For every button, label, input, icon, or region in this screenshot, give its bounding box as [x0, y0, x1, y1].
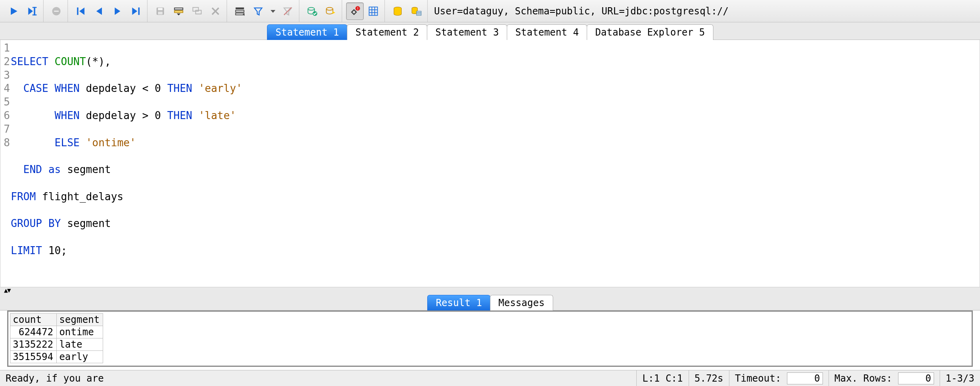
- editor-pane: 1 2 3 4 5 6 7 8 SELECT COUNT(*), CASE WH…: [0, 40, 980, 287]
- timeout-label: Timeout:: [735, 373, 781, 384]
- svg-text:!: !: [357, 6, 359, 10]
- svg-rect-17: [175, 10, 183, 12]
- svg-marker-27: [255, 8, 262, 15]
- cell-segment[interactable]: ontime: [57, 326, 103, 338]
- tab-result-1[interactable]: Result 1: [427, 295, 490, 310]
- svg-marker-11: [132, 7, 137, 15]
- cell-segment[interactable]: early: [57, 351, 103, 363]
- maxrows-label: Max. Rows:: [835, 373, 892, 384]
- statement-tab-strip: Statement 1 Statement 2 Statement 3 Stat…: [0, 22, 980, 40]
- db-view-icon: [410, 6, 422, 17]
- result-panel: count segment 624472 ontime 3135222 late…: [7, 310, 973, 367]
- insert-row-icon: [173, 6, 184, 17]
- svg-rect-44: [416, 11, 421, 16]
- svg-rect-4: [32, 14, 37, 15]
- tab-database-explorer[interactable]: Database Explorer 5: [587, 24, 713, 40]
- status-maxrows: Max. Rows:: [829, 370, 940, 386]
- rollback-button[interactable]: [322, 2, 339, 20]
- toolbar-group-filter: [229, 0, 299, 22]
- delete-row-icon: [210, 6, 221, 17]
- tab-statement-3[interactable]: Statement 3: [427, 24, 507, 40]
- next-icon: [112, 6, 123, 17]
- col-header-segment[interactable]: segment: [57, 314, 103, 326]
- toolbar-group-run: [2, 0, 44, 22]
- svg-point-31: [308, 7, 315, 10]
- chevron-down-icon: [268, 6, 278, 17]
- tab-statement-4[interactable]: Statement 4: [507, 24, 587, 40]
- last-icon: [130, 6, 141, 17]
- first-button[interactable]: [72, 2, 90, 20]
- svg-rect-2: [34, 7, 36, 15]
- svg-rect-16: [175, 8, 183, 10]
- save-button: [151, 2, 169, 20]
- save-icon: [155, 6, 166, 17]
- next-button[interactable]: [109, 2, 126, 20]
- stop-icon: [51, 6, 62, 17]
- filter-button[interactable]: [249, 2, 267, 20]
- svg-rect-23: [236, 7, 244, 9]
- svg-marker-10: [115, 7, 120, 15]
- splitter-handle[interactable]: ▲▼: [0, 287, 980, 293]
- show-grid-button[interactable]: [365, 2, 382, 20]
- status-row-range: 1-3/3: [940, 370, 980, 386]
- db-button[interactable]: [389, 2, 406, 20]
- clear-filter-icon: [282, 6, 293, 17]
- svg-line-30: [284, 7, 292, 15]
- commit-button[interactable]: [303, 2, 321, 20]
- sql-editor[interactable]: 1 2 3 4 5 6 7 8 SELECT COUNT(*), CASE WH…: [0, 40, 980, 287]
- select-columns-icon: [234, 6, 245, 17]
- last-button[interactable]: [127, 2, 145, 20]
- tab-messages[interactable]: Messages: [490, 295, 553, 310]
- delete-row-button: [207, 2, 224, 20]
- filter-menu-button[interactable]: [268, 2, 278, 20]
- timeout-input[interactable]: [787, 372, 823, 384]
- run-icon: [8, 6, 19, 17]
- db-icon: [392, 6, 403, 17]
- svg-marker-18: [177, 13, 180, 15]
- toolbar-group-db: [386, 0, 428, 22]
- disconnect-button[interactable]: !: [346, 2, 364, 20]
- prev-button[interactable]: [90, 2, 108, 20]
- svg-rect-14: [158, 8, 163, 10]
- run-current-button[interactable]: [23, 2, 41, 20]
- svg-rect-24: [236, 10, 244, 12]
- copy-row-icon: [191, 6, 203, 17]
- svg-marker-28: [271, 10, 275, 13]
- result-table[interactable]: count segment 624472 ontime 3135222 late…: [10, 313, 103, 363]
- tab-statement-2[interactable]: Statement 2: [347, 24, 427, 40]
- select-columns-button[interactable]: [231, 2, 249, 20]
- toolbar-group-edit: [149, 0, 227, 22]
- tab-statement-1[interactable]: Statement 1: [267, 24, 347, 40]
- svg-marker-8: [80, 7, 85, 15]
- db-view-button[interactable]: [407, 2, 425, 20]
- status-elapsed: 5.72s: [689, 370, 729, 386]
- result-tab-strip: Result 1 Messages: [0, 293, 980, 310]
- col-header-count[interactable]: count: [10, 314, 57, 326]
- table-header-row: count segment: [10, 314, 103, 326]
- svg-rect-37: [369, 7, 378, 15]
- prev-icon: [94, 6, 105, 17]
- cell-count[interactable]: 3135222: [10, 338, 57, 351]
- maxrows-input[interactable]: [898, 372, 934, 384]
- grid-icon: [368, 6, 379, 17]
- stop-button: [48, 2, 65, 20]
- first-icon: [75, 6, 86, 17]
- table-row[interactable]: 624472 ontime: [10, 326, 103, 338]
- run-button[interactable]: [5, 2, 22, 20]
- svg-marker-1: [28, 7, 33, 15]
- cell-count[interactable]: 624472: [10, 326, 57, 338]
- insert-row-button[interactable]: [170, 2, 187, 20]
- cell-count[interactable]: 3515594: [10, 351, 57, 363]
- svg-rect-12: [138, 7, 140, 15]
- status-message: Ready, if you are: [0, 370, 636, 386]
- copy-row-button: [188, 2, 206, 20]
- connection-info: User=dataguy, Schema=public, URL=jdbc:po…: [434, 6, 729, 17]
- status-bar: Ready, if you are L:1 C:1 5.72s Timeout:…: [0, 370, 980, 386]
- cell-segment[interactable]: late: [57, 338, 103, 351]
- editor-gutter: 1 2 3 4 5 6 7 8: [0, 42, 11, 285]
- filter-icon: [253, 6, 264, 17]
- disconnect-icon: !: [349, 6, 361, 17]
- table-row[interactable]: 3515594 early: [10, 351, 103, 363]
- table-row[interactable]: 3135222 late: [10, 338, 103, 351]
- editor-code[interactable]: SELECT COUNT(*), CASE WHEN depdelay < 0 …: [11, 42, 242, 285]
